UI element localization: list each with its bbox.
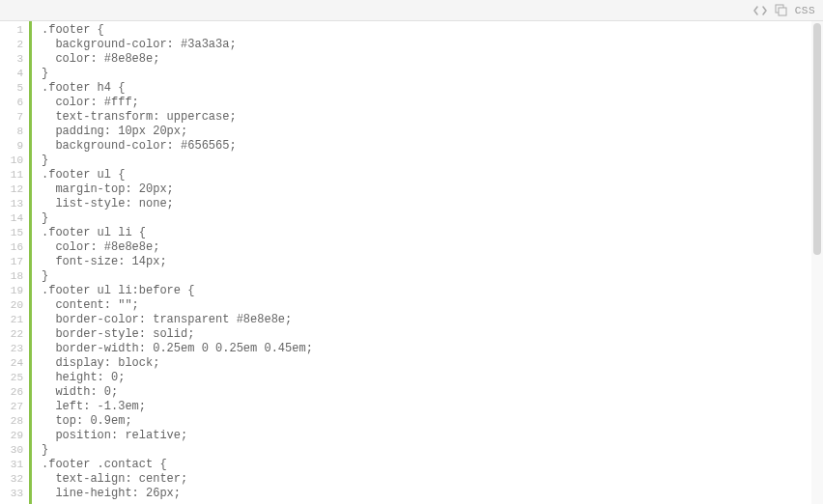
copy-icon[interactable] bbox=[775, 4, 787, 16]
code-icon[interactable] bbox=[753, 5, 767, 16]
line-gutter: 1 2 3 4 5 6 7 8 9 10 11 12 13 14 15 16 1… bbox=[0, 21, 29, 504]
scrollbar-thumb[interactable] bbox=[813, 23, 821, 255]
change-stripe bbox=[29, 21, 32, 504]
vertical-scrollbar[interactable] bbox=[811, 21, 823, 504]
svg-rect-1 bbox=[779, 8, 786, 15]
code-content[interactable]: .footer { background-color: #3a3a3a; col… bbox=[42, 21, 823, 504]
language-label[interactable]: CSS bbox=[795, 5, 815, 16]
editor-topbar: CSS bbox=[0, 0, 823, 21]
code-editor[interactable]: 1 2 3 4 5 6 7 8 9 10 11 12 13 14 15 16 1… bbox=[0, 21, 823, 504]
